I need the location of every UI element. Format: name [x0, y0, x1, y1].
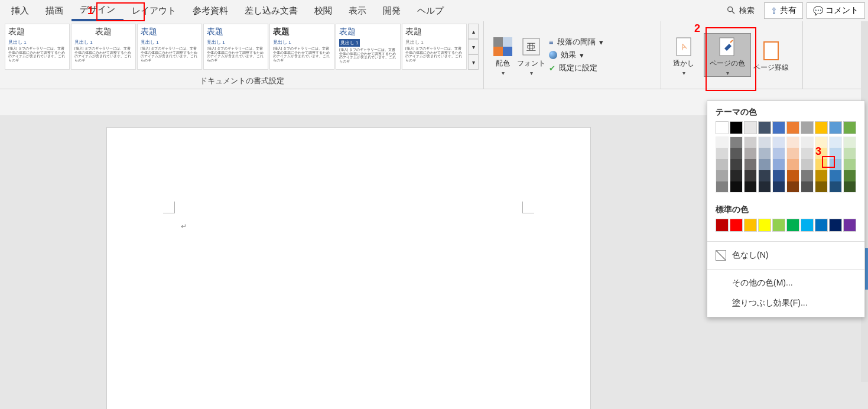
- share-button[interactable]: ⇪ 共有: [764, 2, 803, 19]
- color-swatch[interactable]: [772, 121, 785, 134]
- color-swatch[interactable]: [815, 148, 828, 159]
- color-swatch[interactable]: [744, 159, 757, 170]
- color-swatch[interactable]: [758, 148, 771, 159]
- tab-view[interactable]: 表示: [340, 2, 375, 20]
- color-swatch[interactable]: [829, 121, 842, 134]
- color-swatch[interactable]: [772, 219, 785, 232]
- color-swatch[interactable]: [786, 219, 799, 232]
- tab-design[interactable]: デザイン: [71, 1, 123, 21]
- gallery-down[interactable]: ▾: [468, 39, 479, 54]
- page-borders-button[interactable]: ページ罫線: [753, 38, 789, 73]
- paragraph-spacing-button[interactable]: ≡ 段落の間隔▾: [549, 37, 603, 47]
- color-swatch[interactable]: [758, 219, 771, 232]
- color-swatch[interactable]: [730, 137, 743, 148]
- gallery-more[interactable]: ▾: [468, 54, 479, 70]
- color-swatch[interactable]: [801, 170, 814, 181]
- color-swatch[interactable]: [786, 159, 799, 170]
- color-swatch[interactable]: [843, 137, 856, 148]
- color-swatch[interactable]: [801, 137, 814, 148]
- color-swatch[interactable]: [730, 121, 743, 134]
- search-button[interactable]: 検索: [720, 3, 760, 19]
- colors-button[interactable]: 配色 ▾: [489, 34, 517, 76]
- color-swatch[interactable]: [744, 170, 757, 181]
- color-swatch[interactable]: [772, 181, 785, 193]
- color-swatch[interactable]: [815, 170, 828, 181]
- page-color-button[interactable]: ページの色 ▾: [704, 33, 751, 77]
- color-swatch[interactable]: [744, 219, 757, 232]
- color-swatch[interactable]: [829, 137, 842, 148]
- color-swatch[interactable]: [786, 181, 799, 193]
- color-swatch[interactable]: [730, 159, 743, 170]
- style-theme-item[interactable]: 表題 見出し 1 [挿入] タブのギャラリーには、文書全体の体裁に合わせて調整す…: [402, 24, 467, 70]
- fill-effects-item[interactable]: 塗りつぶし効果(F)...: [707, 293, 864, 313]
- color-swatch[interactable]: [716, 159, 729, 170]
- tab-mailings[interactable]: 差し込み文書: [236, 2, 306, 20]
- color-swatch[interactable]: [801, 121, 814, 134]
- color-swatch[interactable]: [744, 137, 757, 148]
- color-swatch[interactable]: [786, 148, 799, 159]
- fonts-button[interactable]: 亜 フォント ▾: [517, 34, 545, 76]
- color-swatch[interactable]: [716, 181, 729, 193]
- color-swatch[interactable]: [786, 170, 799, 181]
- color-swatch[interactable]: [716, 219, 729, 232]
- color-swatch[interactable]: [829, 219, 842, 232]
- color-swatch[interactable]: [758, 121, 771, 134]
- style-theme-item[interactable]: 表題 見出し 1 [挿入] タブのギャラリーには、文書全体の体裁に合わせて調整す…: [71, 24, 136, 70]
- color-swatch[interactable]: [758, 181, 771, 193]
- color-swatch[interactable]: [744, 181, 757, 193]
- color-swatch[interactable]: [843, 148, 856, 159]
- color-swatch[interactable]: [772, 159, 785, 170]
- tab-help[interactable]: ヘルプ: [409, 2, 452, 20]
- style-theme-item[interactable]: 表題 見出し 1 [挿入] タブのギャラリーには、文書全体の体裁に合わせて調整す…: [203, 24, 268, 70]
- color-swatch[interactable]: [730, 170, 743, 181]
- color-swatch[interactable]: [815, 219, 828, 232]
- watermark-button[interactable]: A 透かし ▾: [666, 34, 701, 76]
- style-theme-item[interactable]: 表題 見出し 1 [挿入] タブのギャラリーには、文書全体の体裁に合わせて調整す…: [5, 24, 70, 70]
- color-swatch[interactable]: [744, 121, 757, 134]
- color-swatch[interactable]: [786, 137, 799, 148]
- color-swatch[interactable]: [786, 121, 799, 134]
- color-swatch[interactable]: [843, 170, 856, 181]
- color-swatch[interactable]: [843, 219, 856, 232]
- color-swatch[interactable]: [716, 121, 729, 134]
- effects-button[interactable]: 効果▾: [549, 50, 603, 60]
- color-swatch[interactable]: [801, 219, 814, 232]
- color-swatch[interactable]: [716, 137, 729, 148]
- gallery-up[interactable]: ▴: [468, 24, 479, 39]
- color-swatch[interactable]: [815, 181, 828, 193]
- style-theme-item[interactable]: 表題 見出し 1 [挿入] タブのギャラリーには、文書全体の体裁に合わせて調整す…: [137, 24, 202, 70]
- color-swatch[interactable]: [758, 159, 771, 170]
- tab-references[interactable]: 参考資料: [184, 2, 236, 20]
- set-default-button[interactable]: ✔ 既定に設定: [549, 63, 603, 73]
- color-swatch[interactable]: [815, 137, 828, 148]
- color-swatch[interactable]: [801, 148, 814, 159]
- color-swatch[interactable]: [829, 170, 842, 181]
- comments-button[interactable]: 💬 コメント: [807, 2, 865, 19]
- color-swatch[interactable]: [829, 148, 842, 159]
- color-swatch[interactable]: [815, 121, 828, 134]
- tab-developer[interactable]: 開発: [375, 2, 409, 20]
- tab-layout[interactable]: レイアウト: [123, 2, 184, 20]
- more-colors-item[interactable]: その他の色(M)...: [707, 273, 864, 293]
- color-swatch[interactable]: [815, 159, 828, 170]
- color-swatch[interactable]: [801, 159, 814, 170]
- color-swatch[interactable]: [716, 170, 729, 181]
- color-swatch[interactable]: [772, 148, 785, 159]
- style-theme-item[interactable]: 表題 見出し 1 [挿入] タブのギャラリーには、文書全体の体裁に合わせて調整す…: [336, 24, 401, 70]
- color-swatch[interactable]: [744, 148, 757, 159]
- color-swatch[interactable]: [758, 137, 771, 148]
- color-swatch[interactable]: [716, 148, 729, 159]
- color-swatch[interactable]: [772, 137, 785, 148]
- color-swatch[interactable]: [829, 181, 842, 193]
- tab-review[interactable]: 校閲: [306, 2, 340, 20]
- color-swatch[interactable]: [843, 181, 856, 193]
- tab-insert[interactable]: 挿入: [3, 2, 37, 20]
- page[interactable]: ↵: [106, 127, 591, 409]
- no-color-item[interactable]: 色なし(N): [707, 245, 864, 265]
- color-swatch[interactable]: [730, 181, 743, 193]
- style-theme-item[interactable]: 表題 見出し 1 [挿入] タブのギャラリーには、文書全体の体裁に合わせて調整す…: [269, 24, 334, 70]
- color-swatch[interactable]: [772, 170, 785, 181]
- color-swatch[interactable]: [801, 181, 814, 193]
- color-swatch[interactable]: [758, 170, 771, 181]
- color-swatch[interactable]: [843, 159, 856, 170]
